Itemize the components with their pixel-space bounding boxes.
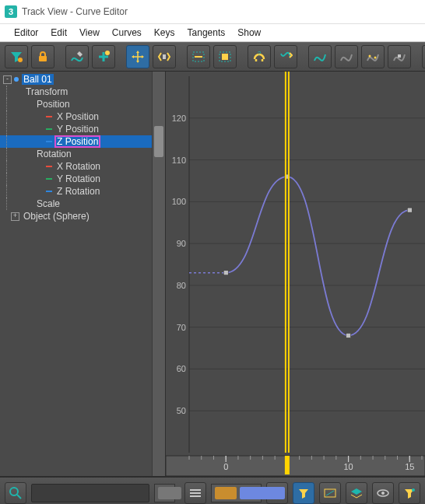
curve-graph[interactable]: 1201101009080706050051015 bbox=[166, 72, 425, 476]
show-tangents-button[interactable] bbox=[346, 482, 367, 504]
param-curve-button[interactable] bbox=[308, 45, 332, 68]
svg-point-53 bbox=[412, 488, 415, 492]
hierarchy-scrollbar[interactable] bbox=[152, 72, 165, 476]
x-tick-label: 10 bbox=[343, 462, 353, 471]
eye-icon bbox=[376, 486, 390, 500]
menu-view[interactable]: View bbox=[73, 26, 106, 40]
z-axis-icon bbox=[46, 138, 52, 145]
add-key-button[interactable] bbox=[92, 45, 115, 68]
draw-curve-button[interactable] bbox=[65, 45, 89, 68]
tree-row-root[interactable]: - Ball 01 bbox=[0, 73, 152, 86]
scale-region-button[interactable] bbox=[361, 45, 385, 68]
x-axis-icon bbox=[46, 114, 52, 120]
filter-selected-button[interactable] bbox=[293, 482, 314, 504]
keyframe-marker[interactable] bbox=[407, 208, 412, 212]
y-axis-icon bbox=[46, 176, 52, 182]
filter-tracks-button[interactable] bbox=[399, 482, 420, 504]
tree-label-transform[interactable]: Transform bbox=[24, 86, 69, 97]
move-icon bbox=[131, 50, 145, 64]
tree-label-position[interactable]: Position bbox=[35, 99, 72, 110]
tree-row-x-position[interactable]: X Position bbox=[0, 110, 152, 123]
tree-label-x-position[interactable]: X Position bbox=[55, 111, 100, 122]
tree-row-transform[interactable]: Transform bbox=[0, 86, 152, 98]
tree-row-y-position[interactable]: Y Position bbox=[0, 123, 152, 135]
tree-row-object[interactable]: + Object (Sphere) bbox=[0, 210, 152, 222]
tree-row-z-rotation[interactable]: Z Rotation bbox=[0, 185, 152, 198]
menu-show[interactable]: Show bbox=[231, 26, 267, 40]
menu-keys[interactable]: Keys bbox=[148, 26, 181, 40]
filter-button[interactable] bbox=[5, 45, 28, 68]
tree-row-z-position[interactable]: Z Position bbox=[0, 135, 152, 148]
slide-icon bbox=[157, 50, 171, 64]
mini-timeline[interactable] bbox=[211, 484, 262, 502]
z-axis-icon bbox=[46, 188, 52, 194]
tree-label-rotation[interactable]: Rotation bbox=[35, 149, 73, 159]
keyframe-marker[interactable] bbox=[223, 271, 228, 275]
y-tick-label: 120 bbox=[172, 114, 186, 123]
x-tick-label: 0 bbox=[223, 462, 228, 471]
tree-label-z-rotation[interactable]: Z Rotation bbox=[55, 186, 101, 197]
magnifier-icon bbox=[9, 486, 23, 500]
tree-label-object[interactable]: Object (Sphere) bbox=[22, 211, 91, 222]
menu-editor[interactable]: Editor bbox=[8, 26, 44, 40]
region-button[interactable] bbox=[274, 45, 297, 68]
tree-row-scale[interactable]: Scale bbox=[0, 198, 152, 210]
svg-point-52 bbox=[381, 492, 385, 495]
lock-icon bbox=[36, 50, 50, 64]
zoom-region-button[interactable] bbox=[5, 482, 26, 504]
scale-keys-v-button[interactable] bbox=[213, 45, 237, 68]
menu-edit[interactable]: Edit bbox=[44, 26, 73, 40]
tree-label-y-position[interactable]: Y Position bbox=[55, 124, 100, 135]
slide-keys-button[interactable] bbox=[153, 45, 176, 68]
tree-label-z-position[interactable]: Z Position bbox=[55, 136, 100, 147]
svg-point-2 bbox=[105, 51, 110, 55]
svg-rect-1 bbox=[39, 56, 47, 61]
y-tick-label: 70 bbox=[177, 323, 186, 332]
expand-icon[interactable]: + bbox=[11, 212, 19, 221]
keyframe-marker[interactable] bbox=[346, 333, 351, 338]
show-all-tangents-button[interactable] bbox=[319, 482, 341, 504]
tree-row-position[interactable]: Position bbox=[0, 98, 152, 110]
y-tick-label: 90 bbox=[177, 239, 186, 248]
tracks-icon bbox=[188, 486, 202, 500]
menu-tangents[interactable]: Tangents bbox=[181, 26, 232, 40]
move-keys-button[interactable] bbox=[126, 45, 149, 68]
scale-keys-h-button[interactable] bbox=[187, 45, 210, 68]
status-bar bbox=[0, 476, 425, 504]
svg-rect-12 bbox=[166, 72, 425, 476]
funnel-small-icon bbox=[297, 486, 311, 500]
expand-icon[interactable]: - bbox=[3, 75, 12, 84]
tree-label-scale[interactable]: Scale bbox=[35, 198, 61, 209]
svg-point-0 bbox=[18, 58, 23, 62]
funnel-tracks-icon bbox=[402, 486, 416, 500]
lock-button[interactable] bbox=[31, 45, 54, 68]
tree-label-x-rotation[interactable]: X Rotation bbox=[55, 161, 102, 172]
y-axis-icon bbox=[46, 126, 52, 132]
mini-track[interactable] bbox=[154, 484, 175, 502]
tree-label-root[interactable]: Ball 01 bbox=[22, 74, 54, 85]
y-tick-label: 50 bbox=[177, 406, 186, 415]
region-icon bbox=[279, 50, 293, 64]
curve-graph-panel[interactable]: 1201101009080706050051015 bbox=[166, 72, 425, 476]
menu-curves[interactable]: Curves bbox=[106, 26, 148, 40]
tree-row-y-rotation[interactable]: Y Rotation bbox=[0, 173, 152, 185]
tree-row-rotation[interactable]: Rotation bbox=[0, 148, 152, 160]
menu-bar: Editor Edit View Curves Keys Tangents Sh… bbox=[0, 24, 425, 42]
node-dot-icon bbox=[14, 77, 19, 82]
pencil-curve-icon bbox=[70, 50, 84, 64]
snap-button[interactable]: ? bbox=[248, 45, 271, 68]
tangent-break-button[interactable] bbox=[388, 45, 411, 68]
hierarchy-tree[interactable]: - Ball 01 Transform Position X Position bbox=[0, 72, 152, 476]
y-tick-label: 100 bbox=[172, 197, 186, 206]
tools-arrow-button[interactable] bbox=[422, 45, 425, 68]
tracks-toggle-button[interactable] bbox=[184, 482, 206, 504]
time-cursor-handle[interactable] bbox=[285, 456, 290, 474]
status-field-1[interactable] bbox=[31, 484, 149, 502]
param-out-button[interactable] bbox=[335, 45, 358, 68]
tree-label-y-rotation[interactable]: Y Rotation bbox=[55, 173, 102, 184]
tree-row-x-rotation[interactable]: X Rotation bbox=[0, 160, 152, 173]
scroll-thumb[interactable] bbox=[154, 126, 163, 157]
param-out-icon bbox=[339, 50, 353, 64]
isolate-curve-button[interactable] bbox=[372, 482, 394, 504]
scale-h-icon bbox=[191, 50, 205, 64]
